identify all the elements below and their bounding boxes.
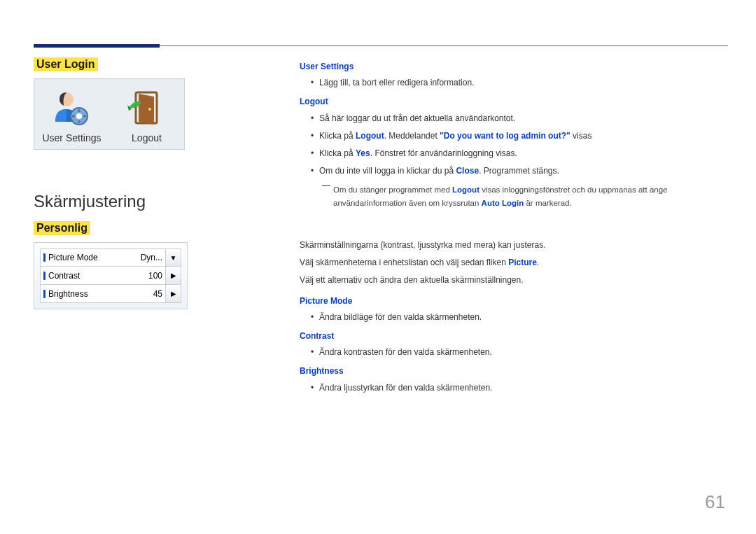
list-item: Lägg till, ta bort eller redigera inform… xyxy=(311,76,728,90)
list-user-settings: Lägg till, ta bort eller redigera inform… xyxy=(300,76,728,90)
text: är markerad. xyxy=(524,199,571,207)
dropdown-control[interactable]: ▼ xyxy=(165,249,181,266)
text: . xyxy=(537,258,539,267)
list-brightness: Ändra ljusstyrkan för den valda skärmenh… xyxy=(300,381,728,395)
setting-label: Brightness xyxy=(41,289,130,299)
keyword-autologin: Auto Login xyxy=(482,199,524,207)
spinner-control[interactable]: ▶ xyxy=(165,267,181,284)
paragraph: Välj ett alternativ och ändra den aktuel… xyxy=(300,274,728,287)
text: Klicka på xyxy=(319,131,356,141)
text: Välj skärmenheterna i enhetslistan och v… xyxy=(300,258,508,267)
svg-rect-6 xyxy=(83,115,86,117)
settings-panel: Picture Mode Dyn... ▼ Contrast 100 ▶ Bri… xyxy=(34,242,188,309)
setting-value: Dyn... xyxy=(130,253,165,262)
subhead-logout: Logout xyxy=(300,95,728,108)
svg-rect-3 xyxy=(78,109,79,112)
user-settings-label: User Settings xyxy=(37,132,106,143)
list-item: Klicka på Yes. Fönstret för användarinlo… xyxy=(311,147,728,160)
svg-rect-5 xyxy=(72,115,75,117)
text: Klicka på xyxy=(319,148,356,158)
setting-label-text: Picture Mode xyxy=(48,253,98,262)
keyword-logout: Logout xyxy=(356,131,384,141)
logout-button[interactable]: Logout xyxy=(109,79,184,149)
subhead-brightness: Brightness xyxy=(300,365,728,378)
subhead-user-settings: User Settings xyxy=(300,60,728,73)
heading-personlig: Personlig xyxy=(34,221,90,235)
text: Om du inte vill logga in klickar du på xyxy=(319,166,456,176)
page-number: 61 xyxy=(705,491,725,513)
text: . Meddelandet xyxy=(384,131,440,141)
svg-point-8 xyxy=(148,108,151,111)
subhead-picture-mode: Picture Mode xyxy=(300,295,728,308)
list-item: Klicka på Logout. Meddelandet "Do you wa… xyxy=(311,129,728,143)
setting-label-text: Contrast xyxy=(48,271,80,281)
list-logout: Så här loggar du ut från det aktuella an… xyxy=(300,112,728,178)
logout-icon xyxy=(112,86,181,129)
setting-row-brightness: Brightness 45 ▶ xyxy=(40,285,181,303)
heading-user-login: User Login xyxy=(34,57,98,71)
text: . Fönstret för användarinloggning visas. xyxy=(370,148,517,158)
keyword-close: Close xyxy=(456,166,479,176)
keyword-message: "Do you want to log admin out?" xyxy=(440,131,570,141)
note-dash-icon xyxy=(322,185,330,186)
list-item: Om du inte vill logga in klickar du på C… xyxy=(311,164,728,178)
spinner-control[interactable]: ▶ xyxy=(165,285,181,302)
svg-point-2 xyxy=(76,113,82,119)
paragraph: Skärminställningarna (kontrast, ljusstyr… xyxy=(300,239,728,252)
header-rule-thick xyxy=(34,44,160,48)
svg-rect-4 xyxy=(78,120,79,123)
setting-label: Picture Mode xyxy=(41,253,130,262)
list-item: Ändra bildläge för den valda skärmenhete… xyxy=(311,311,728,324)
list-item: Ändra kontrasten för den valda skärmenhe… xyxy=(311,346,728,359)
setting-value: 45 xyxy=(130,289,165,299)
text: Om du stänger programmet med xyxy=(333,185,452,194)
subhead-contrast: Contrast xyxy=(300,330,728,343)
user-settings-icon xyxy=(37,86,106,129)
keyword-logout: Logout xyxy=(452,185,479,194)
keyword-picture: Picture xyxy=(508,258,537,267)
list-item: Ändra ljusstyrkan för den valda skärmenh… xyxy=(311,381,728,395)
list-picture-mode: Ändra bildläge för den valda skärmenhete… xyxy=(300,311,728,324)
logout-label: Logout xyxy=(112,132,181,143)
setting-row-contrast: Contrast 100 ▶ xyxy=(40,267,181,285)
login-panel: User Settings xyxy=(34,78,185,150)
text: . Programmet stängs. xyxy=(479,166,559,176)
list-item: Så här loggar du ut från det aktuella an… xyxy=(311,112,728,125)
setting-row-picture-mode: Picture Mode Dyn... ▼ xyxy=(40,248,181,267)
user-settings-button[interactable]: User Settings xyxy=(34,79,109,149)
heading-skarmjustering: Skärmjustering xyxy=(34,192,258,211)
setting-label-text: Brightness xyxy=(48,289,88,299)
text: visas xyxy=(570,131,592,141)
paragraph: Välj skärmenheterna i enhetslistan och v… xyxy=(300,256,728,269)
setting-value: 100 xyxy=(130,271,165,281)
list-contrast: Ändra kontrasten för den valda skärmenhe… xyxy=(300,346,728,359)
header-rule xyxy=(34,28,728,49)
setting-label: Contrast xyxy=(41,271,130,281)
keyword-yes: Yes xyxy=(356,148,370,158)
note-logout: Om du stänger programmet med Logout visa… xyxy=(311,183,728,209)
